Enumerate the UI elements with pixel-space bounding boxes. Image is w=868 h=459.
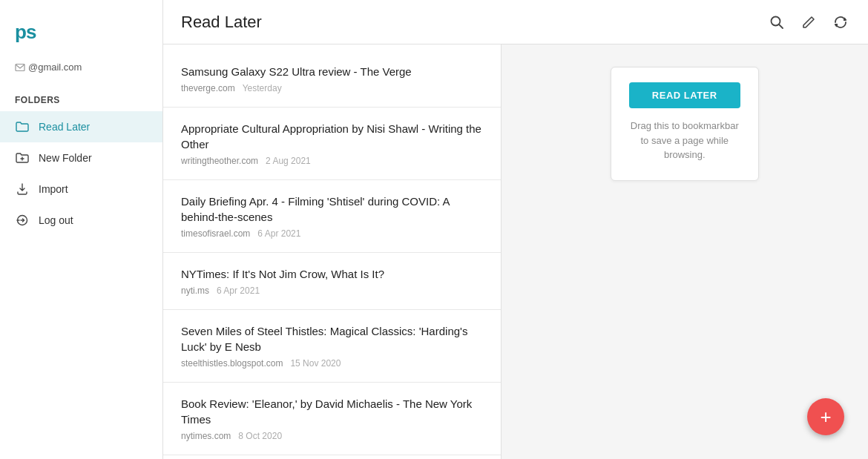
article-meta: timesofisrael.com 6 Apr 2021: [181, 228, 483, 239]
download-icon: [15, 182, 30, 197]
header: Read Later: [163, 0, 868, 44]
article-title: NYTimes: If It's Not Jim Crow, What Is I…: [181, 266, 483, 282]
article-item[interactable]: From Kafka to Kushner, Touring the 20th …: [163, 455, 501, 459]
article-source: writingtheother.com: [181, 156, 258, 166]
article-meta: nytimes.com 8 Oct 2020: [181, 431, 483, 441]
article-source: theverge.com: [181, 83, 235, 93]
sidebar: ps @gmail.com Folders Read Later: [0, 0, 163, 459]
article-date: 15 Nov 2020: [290, 358, 341, 369]
article-meta: nyti.ms 6 Apr 2021: [181, 285, 483, 296]
logo-area: ps: [0, 0, 162, 59]
sidebar-item-read-later[interactable]: Read Later: [0, 111, 162, 142]
user-email: @gmail.com: [0, 59, 162, 87]
sidebar-item-import-label: Import: [39, 183, 68, 195]
svg-line-6: [779, 24, 783, 28]
article-meta: steelthistles.blogspot.com 15 Nov 2020: [181, 358, 483, 369]
articles-list: Samsung Galaxy S22 Ultra review - The Ve…: [163, 44, 502, 459]
article-title: Book Review: 'Eleanor,' by David Michael…: [181, 396, 483, 427]
article-title: Daily Briefing Apr. 4 - Filming 'Shtisel…: [181, 194, 483, 225]
article-item[interactable]: Daily Briefing Apr. 4 - Filming 'Shtisel…: [163, 180, 501, 253]
refresh-button[interactable]: [831, 13, 850, 32]
article-source: nytimes.com: [181, 431, 231, 441]
article-item[interactable]: Seven Miles of Steel Thistles: Magical C…: [163, 310, 501, 383]
article-source: timesofisrael.com: [181, 228, 250, 239]
sidebar-item-read-later-label: Read Later: [39, 121, 90, 133]
read-later-bookmark-button[interactable]: READ LATER: [629, 82, 740, 108]
article-date: 6 Apr 2021: [217, 285, 260, 296]
article-item[interactable]: Book Review: 'Eleanor,' by David Michael…: [163, 383, 501, 455]
plus-icon: +: [820, 406, 831, 429]
article-date: Yesterday: [243, 83, 282, 93]
article-title: Samsung Galaxy S22 Ultra review - The Ve…: [181, 64, 483, 79]
sidebar-item-new-folder-label: New Folder: [39, 152, 92, 164]
edit-button[interactable]: [800, 13, 818, 31]
article-source: nyti.ms: [181, 285, 209, 296]
sidebar-item-logout[interactable]: Log out: [0, 205, 162, 236]
sidebar-item-import[interactable]: Import: [0, 174, 162, 205]
user-email-text: @gmail.com: [28, 62, 82, 73]
plus-folder-icon: [15, 151, 30, 165]
article-item[interactable]: Appropriate Cultural Appropriation by Ni…: [163, 108, 501, 180]
search-button[interactable]: [767, 13, 786, 32]
right-panel: READ LATER Drag this to bookmarkbar to s…: [502, 44, 869, 459]
article-meta: writingtheother.com 2 Aug 2021: [181, 156, 483, 166]
article-item[interactable]: Samsung Galaxy S22 Ultra review - The Ve…: [163, 50, 501, 108]
bookmark-widget: READ LATER Drag this to bookmarkbar to s…: [611, 67, 759, 181]
sidebar-item-new-folder[interactable]: New Folder: [0, 142, 162, 174]
page-title: Read Later: [181, 13, 767, 32]
add-item-fab[interactable]: +: [807, 398, 844, 435]
folder-icon: [15, 119, 30, 134]
article-meta: theverge.com Yesterday: [181, 83, 483, 93]
article-date: 2 Aug 2021: [266, 156, 311, 166]
logout-icon: [15, 213, 30, 228]
content-area: Samsung Galaxy S22 Ultra review - The Ve…: [163, 44, 868, 459]
email-icon: [15, 62, 25, 73]
article-item[interactable]: NYTimes: If It's Not Jim Crow, What Is I…: [163, 253, 501, 310]
article-source: steelthistles.blogspot.com: [181, 358, 283, 369]
bookmark-description: Drag this to bookmarkbar to save a page …: [629, 119, 740, 162]
article-date: 8 Oct 2020: [238, 431, 282, 441]
main-content: Read Later: [163, 0, 868, 459]
app-logo: ps: [15, 21, 36, 44]
sidebar-item-logout-label: Log out: [39, 214, 73, 226]
header-icons: [767, 13, 850, 32]
folders-label: Folders: [0, 87, 162, 111]
article-title: Appropriate Cultural Appropriation by Ni…: [181, 121, 483, 152]
article-title: Seven Miles of Steel Thistles: Magical C…: [181, 323, 483, 354]
article-date: 6 Apr 2021: [257, 228, 300, 239]
